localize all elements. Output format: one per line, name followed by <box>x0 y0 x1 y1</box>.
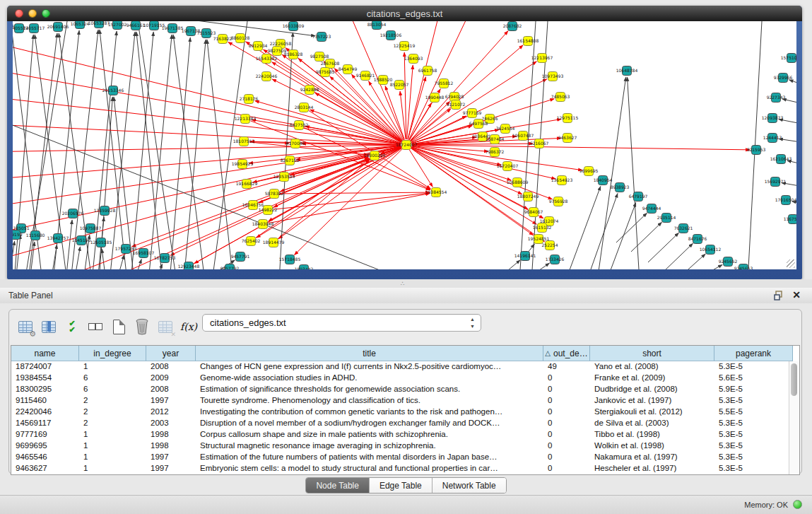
citation-edge-black[interactable] <box>102 249 106 269</box>
table-row[interactable]: 977716911998Corpus callosum shape and si… <box>11 429 799 440</box>
table-cell[interactable]: 9777169 <box>11 429 79 440</box>
graph-node[interactable]: 13942757 <box>47 234 69 243</box>
column-header-year[interactable]: year <box>146 346 196 361</box>
citation-edge-black[interactable] <box>789 80 796 90</box>
graph-node[interactable]: 6961758 <box>418 66 437 76</box>
column-header-name[interactable]: name <box>11 346 79 361</box>
network-window[interactable]: citations_edges.txt 18300295716382288601… <box>7 6 802 279</box>
citation-network-graph[interactable]: 1830029571638228860128891293422226058982… <box>13 21 796 269</box>
table-cell[interactable]: 9463627 <box>11 463 79 474</box>
graph-node[interactable]: 20153346 <box>102 86 124 95</box>
table-cell[interactable]: 0 <box>543 452 590 463</box>
delete-column-button[interactable] <box>133 317 151 336</box>
table-cell[interactable]: Stergiakouli et al. (2012) <box>590 407 714 418</box>
graph-node[interactable]: 9457792 <box>220 264 240 270</box>
citation-edge-black[interactable] <box>136 32 163 269</box>
graph-node[interactable]: 9457791 <box>231 252 250 262</box>
citation-edge-black[interactable] <box>148 35 172 269</box>
table-cell[interactable]: 5.3E-5 <box>714 440 793 452</box>
table-cell[interactable]: 1997 <box>146 452 196 463</box>
graph-node[interactable]: 9466161 <box>126 21 146 30</box>
citation-edge-black[interactable] <box>173 35 205 269</box>
table-row[interactable]: 946554611997Estimation of the future num… <box>11 452 799 463</box>
graph-node[interactable]: 10654112 <box>700 245 722 255</box>
table-cell[interactable]: 2 <box>79 418 146 429</box>
graph-node[interactable]: 7625402 <box>242 237 261 246</box>
graph-node[interactable]: 5878342 <box>265 189 284 199</box>
table-cell[interactable]: 2009 <box>146 373 196 384</box>
graph-node[interactable]: 10653287 <box>88 21 110 28</box>
table-row[interactable]: 969969511998Structural magnetic resonanc… <box>11 440 799 452</box>
citation-edge-black[interactable] <box>51 245 57 269</box>
citation-edge-black[interactable] <box>114 97 134 269</box>
table-cell[interactable]: Franke et al. (2009) <box>590 373 714 384</box>
citation-edge-black[interactable] <box>616 213 647 243</box>
graph-node[interactable]: 14055717 <box>23 24 45 33</box>
graph-node[interactable]: 9245653 <box>734 264 753 270</box>
table-cell[interactable]: Nakamura et al. (1997) <box>590 452 714 463</box>
graph-node[interactable]: 7632621 <box>674 224 693 233</box>
graph-node[interactable]: 9756928 <box>549 197 568 206</box>
table-cell[interactable]: 18724007 <box>11 361 79 373</box>
network-window-titlebar[interactable]: citations_edges.txt <box>7 6 802 21</box>
graph-node[interactable]: 8522057 <box>390 81 409 90</box>
citation-edge-red[interactable] <box>404 52 406 139</box>
table-cell[interactable]: 2 <box>79 395 146 407</box>
graph-node[interactable]: 6479197 <box>629 192 648 201</box>
graph-node[interactable]: 16210643 <box>770 155 792 164</box>
table-cell[interactable]: 2008 <box>146 384 196 395</box>
table-cell[interactable]: 1998 <box>146 429 196 440</box>
citation-edge-red[interactable] <box>273 193 430 209</box>
graph-node[interactable]: 16154808 <box>517 37 539 46</box>
table-row[interactable]: 1872400712008Changes of HCN gene express… <box>11 361 799 373</box>
table-cell[interactable]: 1 <box>79 361 146 373</box>
graph-node[interactable]: 1115680 <box>26 231 45 240</box>
graph-node[interactable]: 10648784 <box>616 66 638 76</box>
table-cell[interactable]: 14569117 <box>11 418 79 429</box>
graph-node[interactable]: 16543382 <box>256 54 278 64</box>
citation-edge-red[interactable] <box>255 101 401 144</box>
table-cell[interactable]: 6 <box>79 384 146 395</box>
graph-node[interactable]: 7357223 <box>312 33 331 42</box>
graph-node[interactable]: 12975115 <box>557 114 579 123</box>
close-panel-icon[interactable]: ✕ <box>792 289 801 300</box>
graph-node[interactable]: 22420046 <box>256 72 278 81</box>
graph-node[interactable]: 8912934 <box>249 42 268 51</box>
graph-node[interactable]: 16033809 <box>283 22 305 31</box>
graph-node[interactable]: 8860128 <box>231 34 250 43</box>
graph-node[interactable]: 7163822 <box>213 35 233 44</box>
citation-edge-red[interactable] <box>410 31 508 141</box>
graph-node[interactable]: 12325419 <box>394 42 416 51</box>
citation-edge-black[interactable] <box>648 233 679 262</box>
citation-edge-black[interactable] <box>693 264 722 269</box>
graph-node[interactable]: 1527002 <box>108 21 127 30</box>
graph-node[interactable]: 2718176 <box>240 95 259 104</box>
graph-node[interactable]: 9474444 <box>642 204 661 214</box>
table-cell[interactable]: Corpus callosum shape and size in male p… <box>196 429 543 440</box>
unselect-rows-button[interactable] <box>86 317 105 336</box>
citation-edge-black[interactable] <box>66 220 72 269</box>
table-cell[interactable]: 5.3E-5 <box>714 452 793 463</box>
table-cell[interactable]: 5.3E-5 <box>714 463 793 474</box>
citation-edge-black[interactable] <box>631 222 662 252</box>
network-canvas[interactable]: 1830029571638228860128891293422226058982… <box>13 21 796 269</box>
table-cell[interactable]: 9699695 <box>11 440 79 452</box>
graph-node[interactable]: 7485063 <box>551 93 570 102</box>
table-cell[interactable]: Yano et al. (2008) <box>590 361 714 373</box>
table-cell[interactable]: 1 <box>79 452 146 463</box>
graph-node[interactable]: 2867608 <box>321 59 340 69</box>
create-column-button[interactable] <box>110 317 128 336</box>
graph-node[interactable]: 8813054 <box>367 21 387 30</box>
table-cell[interactable]: 1 <box>79 429 146 440</box>
citation-edge-red[interactable] <box>412 145 750 150</box>
graph-node[interactable]: 15751074 <box>781 54 796 63</box>
graph-node[interactable]: 2087682 <box>503 22 522 31</box>
table-cell[interactable]: 9115460 <box>11 395 79 407</box>
citation-edge-red[interactable] <box>310 110 401 143</box>
graph-node[interactable]: 9146821 <box>356 71 375 81</box>
table-row[interactable]: 911546021997Tourette syndrome. Phenomeno… <box>11 395 799 407</box>
table-cell[interactable]: Estimation of significance thresholds fo… <box>196 384 543 395</box>
table-row[interactable]: 2242004622012Investigating the contribut… <box>11 407 799 418</box>
table-cell[interactable]: 1 <box>79 440 146 452</box>
graph-node[interactable]: 20206576 <box>62 209 84 218</box>
